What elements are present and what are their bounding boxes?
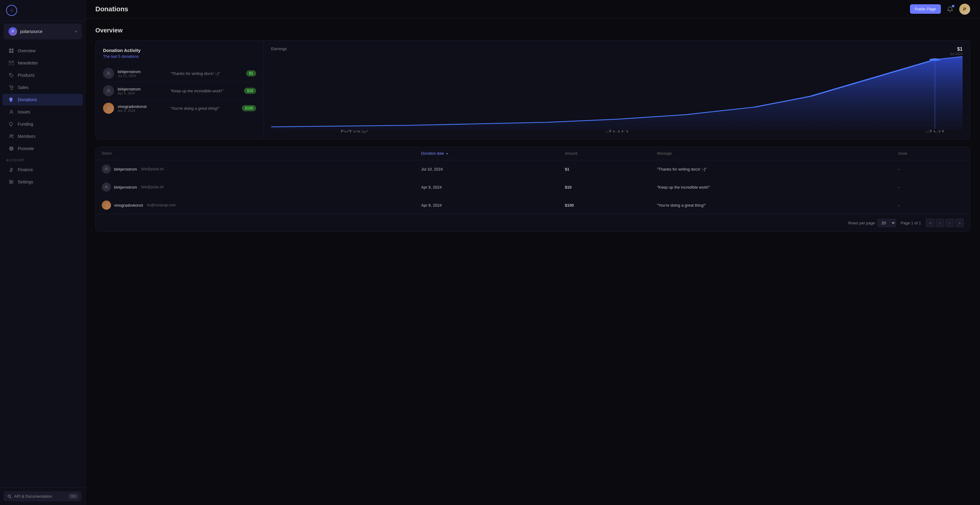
table-cell-date: Jul 10, 2024: [415, 160, 559, 178]
table-donor-email: birk@polar.sh: [141, 167, 164, 171]
col-header-amount: Amount: [559, 147, 651, 160]
table-cell-issue: -: [892, 160, 970, 178]
svg-rect-2: [9, 51, 11, 53]
table-donor-avatar: [102, 164, 111, 174]
table-row: birkjernstrom birk@polar.sh Apr 9, 2024 …: [95, 178, 970, 196]
sidebar-bottom: API & Documentation ⌘K: [0, 487, 85, 505]
last-page-button[interactable]: »: [955, 218, 964, 227]
sidebar-item-newsletter[interactable]: Newsletter: [2, 57, 83, 69]
funding-icon: [8, 121, 14, 127]
earnings-value: $1 Jul 2024: [950, 46, 963, 56]
donation-amount-badge: $10: [244, 88, 256, 94]
table-donor-name: vinogradovkonst: [114, 203, 143, 207]
donor-date: Apr 9, 2024: [118, 91, 167, 95]
svg-text:Jun: Jun: [605, 129, 629, 133]
user-avatar[interactable]: P: [959, 4, 970, 15]
table-cell-donor: birkjernstrom birk@polar.sh: [95, 178, 415, 196]
table-cell-message: "Thanks for writing docs! :-)": [651, 160, 892, 178]
sidebar-item-products[interactable]: Products: [2, 69, 83, 81]
sidebar-item-donations[interactable]: Donations: [2, 94, 83, 105]
members-icon: [8, 134, 14, 139]
donation-activity-panel: Donation Activity The last 5 donations b…: [95, 40, 264, 139]
sidebar-item-issues[interactable]: Issues: [2, 106, 83, 118]
col-header-donation-date[interactable]: Donation date ▾: [415, 147, 559, 160]
earnings-amount: $1: [950, 46, 963, 52]
org-selector[interactable]: P polarsource ▾: [4, 24, 82, 40]
api-docs-button[interactable]: API & Documentation ⌘K: [4, 491, 82, 501]
cart-icon: [8, 85, 14, 90]
svg-point-19: [12, 182, 13, 183]
sort-icon: ▾: [446, 152, 448, 155]
svg-rect-0: [9, 49, 11, 51]
donor-avatar: [103, 103, 114, 114]
donation-date-sort[interactable]: Donation date ▾: [421, 151, 448, 156]
sidebar: ○ P polarsource ▾ Overview: [0, 0, 86, 505]
table-cell-issue: -: [892, 178, 970, 196]
sidebar-item-label: Donations: [18, 97, 37, 102]
sidebar-item-label: Newsletter: [18, 61, 38, 65]
envelope-icon: [8, 60, 14, 66]
donor-avatar: [103, 85, 114, 96]
first-page-button[interactable]: «: [926, 218, 934, 227]
topbar: Donations Public Page P: [86, 0, 980, 18]
donor-date: Apr 8, 2024: [118, 109, 167, 113]
sidebar-item-settings[interactable]: Settings: [2, 176, 83, 188]
next-page-button[interactable]: ›: [945, 218, 954, 227]
svg-point-8: [10, 110, 12, 112]
public-page-button[interactable]: Public Page: [910, 4, 941, 14]
donation-activity-item: birkjernstrom Jul 10, 2024 "Thanks for w…: [103, 65, 256, 82]
sidebar-item-promote[interactable]: Promote: [2, 143, 83, 155]
sidebar-item-funding[interactable]: Funding: [2, 118, 83, 130]
donation-amount-badge: $1: [246, 70, 256, 76]
chart-panel: Earnings $1 Jul 2024: [264, 40, 970, 139]
table-cell-issue: -: [892, 196, 970, 214]
svg-point-18: [10, 180, 11, 181]
donor-info: birkjernstrom Jul 10, 2024: [118, 69, 167, 78]
sidebar-item-label: Issues: [18, 110, 30, 114]
keyboard-shortcut: ⌘K: [69, 494, 78, 499]
table-cell-amount: $1: [559, 160, 651, 178]
account-section-label: ACCOUNT: [0, 155, 85, 163]
sidebar-item-overview[interactable]: Overview: [2, 45, 83, 57]
table-footer: Rows per page 20 50 100 Page 1 of 1 « ‹ …: [95, 214, 970, 231]
rows-per-page-label: Rows per page: [848, 221, 875, 225]
sidebar-item-finance[interactable]: Finance: [2, 164, 83, 175]
table-donor-avatar: [102, 201, 111, 210]
svg-line-22: [10, 497, 12, 498]
donation-activity-item: vinogradovkonst Apr 8, 2024 "You're doin…: [103, 100, 256, 117]
sidebar-item-label: Sales: [18, 85, 29, 90]
pagination-controls: « ‹ › »: [926, 218, 964, 227]
promote-icon: [8, 146, 14, 151]
table-cell-date: Apr 8, 2024: [415, 196, 559, 214]
org-avatar: P: [8, 27, 17, 36]
donations-table: Donor Donation date ▾ Amount Mes: [95, 147, 970, 214]
table-cell-amount: $10: [559, 178, 651, 196]
table-donor-email: kv@runacap.com: [147, 203, 176, 207]
svg-text:2024: 2024: [337, 132, 371, 133]
svg-point-23: [108, 72, 110, 74]
svg-point-31: [929, 58, 940, 61]
table-body: birkjernstrom birk@polar.sh Jul 10, 2024…: [95, 160, 970, 214]
page-title: Donations: [95, 5, 128, 13]
rows-per-page-select[interactable]: 20 50 100: [878, 219, 896, 227]
sidebar-item-label: Products: [18, 73, 35, 78]
notification-dot: [952, 5, 955, 7]
sidebar-item-members[interactable]: Members: [2, 131, 83, 142]
svg-point-7: [12, 89, 13, 89]
sidebar-item-label: Members: [18, 134, 35, 139]
page-info: Page 1 of 1: [901, 221, 921, 225]
table-cell-donor: vinogradovkonst kv@runacap.com: [95, 196, 415, 214]
sidebar-item-label: Funding: [18, 122, 33, 127]
svg-point-24: [108, 89, 110, 91]
table-cell-donor: birkjernstrom birk@polar.sh: [95, 160, 415, 178]
prev-page-button[interactable]: ‹: [935, 218, 944, 227]
sidebar-item-sales[interactable]: Sales: [2, 81, 83, 93]
tag-icon: [8, 72, 14, 78]
grid-icon: [8, 48, 14, 54]
donation-amount-badge: $100: [242, 105, 256, 111]
notifications-button[interactable]: [945, 4, 956, 15]
dashboard-card: Donation Activity The last 5 donations b…: [95, 40, 970, 139]
table-cell-message: "Keep up the incredible work!": [651, 178, 892, 196]
api-docs-label: API & Documentation: [14, 494, 52, 499]
main-content: Donations Public Page P Overview Donatio…: [86, 0, 980, 505]
